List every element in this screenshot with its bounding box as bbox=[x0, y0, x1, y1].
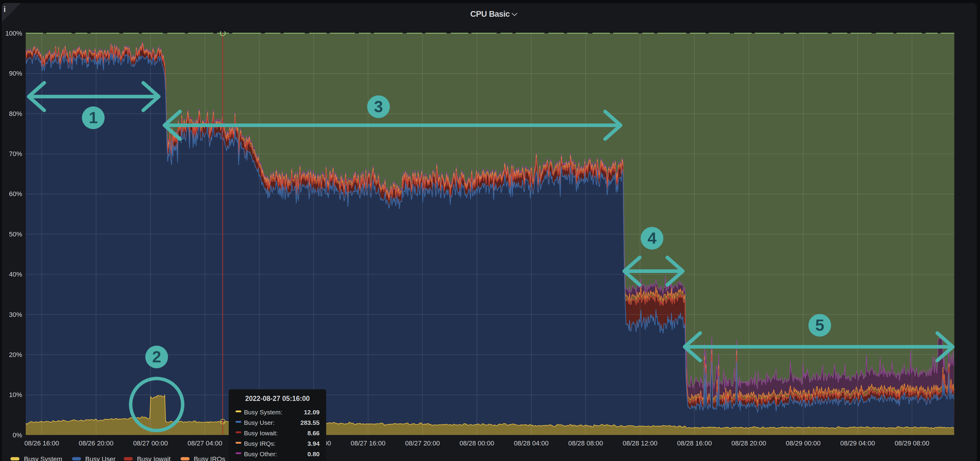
svg-text:08/28 20:00: 08/28 20:00 bbox=[732, 439, 766, 447]
svg-text:1: 1 bbox=[89, 108, 98, 126]
svg-text:Busy User:: Busy User: bbox=[244, 419, 275, 426]
svg-text:3.94: 3.94 bbox=[307, 440, 320, 447]
svg-text:70%: 70% bbox=[9, 150, 22, 157]
svg-text:08/26 16:00: 08/26 16:00 bbox=[24, 439, 59, 447]
svg-text:80%: 80% bbox=[9, 110, 22, 118]
svg-text:Busy IRQs:: Busy IRQs: bbox=[244, 440, 276, 447]
svg-text:08/28 04:00: 08/28 04:00 bbox=[514, 439, 549, 447]
svg-text:60%: 60% bbox=[9, 190, 22, 198]
svg-text:0.80: 0.80 bbox=[307, 450, 320, 458]
svg-text:2022-08-27 05:16:00: 2022-08-27 05:16:00 bbox=[245, 395, 310, 402]
svg-text:CPU Basic: CPU Basic bbox=[470, 10, 510, 19]
svg-text:Busy IRQs: Busy IRQs bbox=[194, 455, 225, 461]
svg-text:Busy Other:: Busy Other: bbox=[244, 450, 277, 458]
svg-text:i: i bbox=[3, 5, 6, 14]
svg-text:2: 2 bbox=[152, 348, 161, 366]
svg-text:50%: 50% bbox=[9, 230, 22, 238]
svg-text:08/27 16:00: 08/27 16:00 bbox=[351, 439, 385, 447]
svg-text:3: 3 bbox=[374, 97, 383, 115]
svg-text:90%: 90% bbox=[9, 70, 22, 77]
svg-text:4: 4 bbox=[648, 229, 657, 247]
svg-text:40%: 40% bbox=[9, 270, 22, 278]
svg-text:08/28 16:00: 08/28 16:00 bbox=[677, 439, 712, 447]
svg-text:08/27 04:00: 08/27 04:00 bbox=[188, 439, 222, 447]
svg-text:08/26 20:00: 08/26 20:00 bbox=[79, 439, 113, 447]
svg-text:100%: 100% bbox=[5, 30, 22, 37]
svg-text:08/27 00:00: 08/27 00:00 bbox=[133, 439, 168, 447]
svg-text:8.66: 8.66 bbox=[307, 429, 320, 437]
svg-text:08/28 12:00: 08/28 12:00 bbox=[623, 439, 657, 447]
svg-text:5: 5 bbox=[815, 316, 824, 334]
svg-text:08/29 00:00: 08/29 00:00 bbox=[786, 439, 821, 447]
svg-text:Busy Iowait:: Busy Iowait: bbox=[244, 429, 278, 437]
svg-text:Busy User: Busy User bbox=[85, 455, 115, 461]
svg-text:08/28 08:00: 08/28 08:00 bbox=[568, 439, 603, 447]
svg-text:Busy System: Busy System bbox=[24, 455, 62, 461]
svg-text:0%: 0% bbox=[13, 431, 22, 439]
svg-text:283.55: 283.55 bbox=[301, 419, 320, 426]
svg-text:12.09: 12.09 bbox=[304, 409, 320, 416]
svg-text:20%: 20% bbox=[9, 351, 22, 358]
svg-text:Busy Iowait: Busy Iowait bbox=[137, 455, 171, 461]
svg-text:08/29 04:00: 08/29 04:00 bbox=[840, 439, 875, 447]
svg-text:08/28 00:00: 08/28 00:00 bbox=[460, 439, 494, 447]
svg-text:Busy System:: Busy System: bbox=[244, 409, 282, 416]
svg-text:08/27 20:00: 08/27 20:00 bbox=[405, 439, 440, 447]
svg-text:08/29 08:00: 08/29 08:00 bbox=[894, 439, 929, 447]
svg-text:30%: 30% bbox=[9, 311, 22, 318]
svg-text:10%: 10% bbox=[9, 391, 22, 399]
